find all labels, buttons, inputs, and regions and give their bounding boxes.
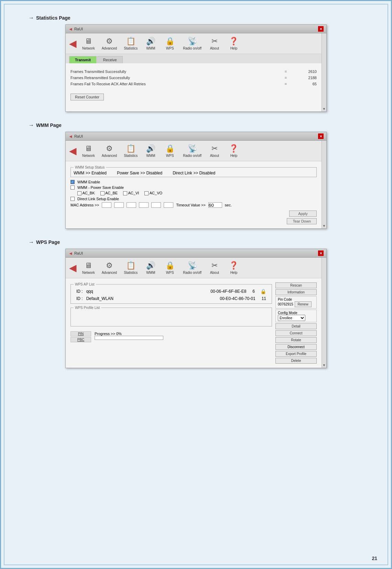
ac-vi-option[interactable]: AC_VI (123, 191, 139, 195)
wmm-close-button[interactable]: ✕ (318, 133, 324, 139)
wps-toolbar-network[interactable]: 🖥 Network (79, 260, 98, 276)
wmm-toolbar-radio[interactable]: 📡 Radio on/off (180, 143, 204, 159)
statistics-main: ◀ 🖥 Network ⚙ Advanced 📋 Statistics � (66, 33, 322, 111)
wmm-window-title: RaUI (74, 134, 83, 138)
section-title-wps: WPS Page (36, 239, 60, 245)
ac-be-option[interactable]: AC_BE (100, 191, 118, 195)
connect-button[interactable]: Connect (275, 330, 317, 336)
wmm-toolbar-wmm[interactable]: 🔊 WMM (142, 143, 160, 159)
help-icon: ❓ (229, 37, 238, 46)
ac-be-checkbox[interactable] (100, 191, 105, 195)
timeout-unit: sec. (225, 203, 232, 207)
toolbar-radio[interactable]: 📡 Radio on/off (180, 35, 204, 52)
toolbar-statistics[interactable]: 📋 Statistics (121, 35, 140, 52)
wmm-back-button[interactable]: ◀ (69, 145, 77, 157)
wps-toolbar-help[interactable]: ❓ Help (225, 260, 243, 276)
statistics-scrollbar[interactable]: ▼ (322, 33, 326, 111)
timeout-input[interactable] (208, 202, 222, 208)
wps-toolbar-advanced[interactable]: ⚙ Advanced (99, 260, 120, 276)
pbc-button[interactable]: PBC (70, 337, 91, 342)
mac-input-5[interactable] (151, 202, 161, 208)
stat-eq-2: = (282, 76, 289, 80)
statistics-close-button[interactable]: ✕ (318, 26, 324, 32)
help-label: Help (230, 46, 238, 50)
information-button[interactable]: Information (275, 289, 317, 295)
wps-icon: 🔒 (165, 37, 175, 46)
wps-ap-row-1: ID : qqq 00-06-4F-6F-8E-E8 6 🔒 (74, 288, 269, 295)
mac-input-6[interactable] (164, 202, 173, 208)
toolbar-wmm[interactable]: 🔊 WMM (142, 35, 160, 52)
wps-ap-list-legend: WPS AP List (74, 282, 96, 286)
wmm-statistics-icon: 📋 (126, 144, 135, 153)
back-button[interactable]: ◀ (69, 38, 77, 49)
wps-toolbar-statistics[interactable]: 📋 Statistics (121, 260, 140, 276)
ac-vi-checkbox[interactable] (123, 191, 127, 195)
wps-toolbar-radio[interactable]: 📡 Radio on/off (180, 260, 204, 276)
wps-wmm-icon: 🔊 (146, 261, 155, 270)
disconnect-button[interactable]: Disconnect (275, 344, 317, 350)
reset-counter-button[interactable]: Reset Counter (70, 94, 104, 100)
mac-input-4[interactable] (139, 202, 149, 208)
section-title-statistics: Statistics Page (36, 15, 70, 21)
ac-bk-option[interactable]: AC_BK (77, 191, 95, 195)
wmm-scrollbar[interactable]: ▼ (322, 141, 326, 228)
toolbar-network[interactable]: 🖥 Network (79, 35, 98, 52)
wmm-toolbar-about[interactable]: ✂ About (206, 143, 224, 159)
radio-label: Radio on/off (183, 46, 202, 50)
wps-pin-section: Pin Code 00762915 Renew (275, 296, 317, 309)
ac-vo-checkbox[interactable] (144, 191, 149, 195)
rescan-button[interactable]: Rescan (275, 282, 317, 288)
tab-receive[interactable]: Receive (97, 56, 123, 63)
wmm-toolbar-wps[interactable]: 🔒 WPS (161, 143, 179, 159)
ac-bk-checkbox[interactable] (77, 191, 81, 195)
toolbar-advanced[interactable]: ⚙ Advanced (99, 35, 120, 52)
wps-back-button[interactable]: ◀ (69, 262, 77, 273)
wps-toolbar: ◀ 🖥 Network ⚙ Advanced 📋 Statistics � (66, 258, 322, 278)
wps-toolbar-about[interactable]: ✂ About (206, 260, 224, 276)
wmm-toolbar-help[interactable]: ❓ Help (225, 143, 243, 159)
pin-code-row: 00762915 Renew (278, 301, 314, 307)
arrow-icon-3: → (29, 239, 34, 245)
wps-wps-label: WPS (166, 271, 174, 275)
ac-vo-option[interactable]: AC_VO (144, 191, 162, 195)
toolbar-about[interactable]: ✂ About (206, 35, 224, 52)
tab-transmit[interactable]: Transmit (69, 56, 97, 63)
wmm-toolbar-network[interactable]: 🖥 Network (79, 143, 98, 159)
wps-title: ◄ RaUI (68, 251, 83, 256)
wps-toolbar-wmm[interactable]: 🔊 WMM (142, 260, 160, 276)
section-header-statistics: → Statistics Page (29, 15, 363, 21)
config-mode-select[interactable]: Enrollee (278, 315, 305, 321)
statistics-toolbar: ◀ 🖥 Network ⚙ Advanced 📋 Statistics � (66, 33, 322, 54)
pin-button[interactable]: PIN (70, 331, 91, 336)
wmm-power-save-checkbox[interactable] (70, 185, 75, 190)
mac-input-2[interactable] (114, 202, 124, 208)
wmm-enable-row: WMM Enable (70, 180, 317, 184)
wmm-content: WMM Setup Status WMM >> Enabled Power Sa… (66, 161, 322, 228)
direct-link-checkbox[interactable] (70, 197, 75, 201)
wmm-help-icon: ❓ (229, 144, 238, 153)
section-header-wmm: → WMM Page (29, 122, 363, 128)
wmm-scrollbar-down-arrow[interactable]: ▼ (322, 223, 327, 228)
tear-down-button[interactable]: Tear Down (287, 218, 317, 224)
ap-name-2: Default_WLAN (86, 296, 217, 301)
wps-scrollbar[interactable]: ▼ (322, 258, 326, 368)
apply-button[interactable]: Apply (289, 211, 317, 217)
wmm-toolbar-advanced[interactable]: ⚙ Advanced (99, 143, 120, 159)
scrollbar-down-arrow[interactable]: ▼ (322, 106, 327, 111)
wps-toolbar-wps[interactable]: 🔒 WPS (161, 260, 179, 276)
wps-profile-list-legend: WPS Profile List (74, 306, 101, 310)
mac-input-3[interactable] (127, 202, 136, 208)
rotate-button[interactable]: Rotate (275, 337, 317, 343)
toolbar-wps[interactable]: 🔒 WPS (161, 35, 179, 52)
wps-scrollbar-down-arrow[interactable]: ▼ (322, 363, 327, 368)
toolbar-help[interactable]: ❓ Help (225, 35, 243, 52)
delete-button[interactable]: Delete (275, 358, 317, 364)
renew-button[interactable]: Renew (295, 301, 312, 307)
wps-close-button[interactable]: ✕ (318, 250, 324, 256)
export-profile-button[interactable]: Export Profile (275, 351, 317, 357)
wmm-enable-checkbox[interactable] (70, 180, 75, 184)
mac-input-1[interactable] (102, 202, 111, 208)
ap-name-1: qqq (86, 289, 207, 294)
wmm-toolbar-statistics[interactable]: 📋 Statistics (121, 143, 140, 159)
detail-button[interactable]: Detail (275, 323, 317, 329)
